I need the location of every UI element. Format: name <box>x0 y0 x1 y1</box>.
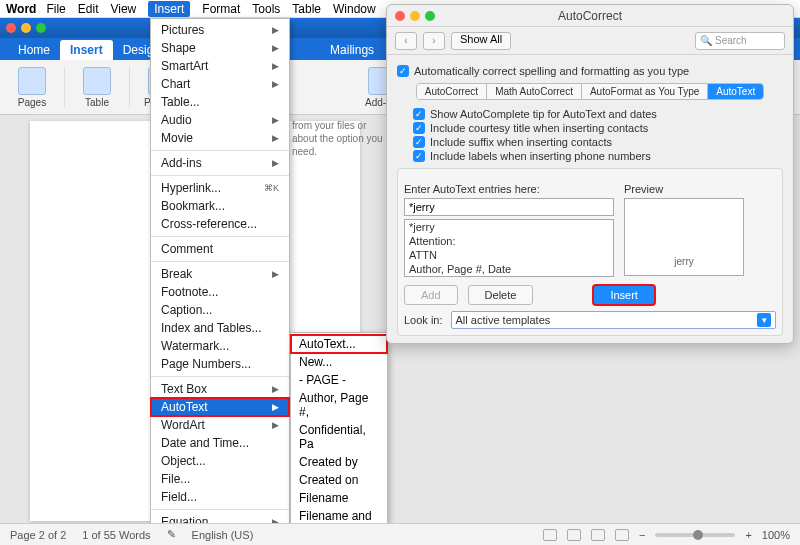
ribbon-label: Table <box>85 97 109 108</box>
checkbox-row[interactable]: ✓Show AutoComplete tip for AutoText and … <box>413 108 783 120</box>
menu-window[interactable]: Window <box>333 2 376 16</box>
menu-item-object-[interactable]: Object... <box>151 452 289 470</box>
submenu-item[interactable]: Filename <box>291 489 387 507</box>
menu-file[interactable]: File <box>46 2 65 16</box>
checkbox-icon[interactable]: ✓ <box>413 122 425 134</box>
menu-item-break[interactable]: Break▶ <box>151 265 289 283</box>
view-print-icon[interactable] <box>543 529 557 541</box>
zoom-plus[interactable]: + <box>745 529 751 541</box>
menu-format[interactable]: Format <box>202 2 240 16</box>
menu-view[interactable]: View <box>110 2 136 16</box>
checkbox-icon[interactable]: ✓ <box>413 136 425 148</box>
menu-item-cross-reference-[interactable]: Cross-reference... <box>151 215 289 233</box>
status-page[interactable]: Page 2 of 2 <box>10 529 66 541</box>
submenu-item[interactable]: Created on <box>291 471 387 489</box>
checkbox-label: Show AutoComplete tip for AutoText and d… <box>430 108 657 120</box>
close-icon[interactable] <box>6 23 16 33</box>
status-lang[interactable]: English (US) <box>192 529 254 541</box>
menu-item-bookmark-[interactable]: Bookmark... <box>151 197 289 215</box>
list-item[interactable]: ATTN <box>405 248 613 262</box>
tooltip-text: from your files or about the option you … <box>292 119 387 158</box>
menu-item-autotext[interactable]: AutoText▶ <box>151 398 289 416</box>
zoom-minus[interactable]: − <box>639 529 645 541</box>
menu-item-comment[interactable]: Comment <box>151 240 289 258</box>
autotext-entry-input[interactable] <box>404 198 614 216</box>
menu-item-table-[interactable]: Table... <box>151 93 289 111</box>
checkbox-row[interactable]: ✓Include labels when inserting phone num… <box>413 150 783 162</box>
menu-table[interactable]: Table <box>292 2 321 16</box>
forward-button[interactable]: › <box>423 32 445 50</box>
zoom-slider[interactable] <box>655 533 735 537</box>
zoom-value[interactable]: 100% <box>762 529 790 541</box>
autotext-listbox[interactable]: *jerryAttention:ATTNAuthor, Page #, Date <box>404 219 614 277</box>
menu-item-footnote-[interactable]: Footnote... <box>151 283 289 301</box>
back-button[interactable]: ‹ <box>395 32 417 50</box>
menu-tools[interactable]: Tools <box>252 2 280 16</box>
menu-item-index-and-tables-[interactable]: Index and Tables... <box>151 319 289 337</box>
submenu-item[interactable]: AutoText... <box>291 335 387 353</box>
menu-item-shape[interactable]: Shape▶ <box>151 39 289 57</box>
menu-item-wordart[interactable]: WordArt▶ <box>151 416 289 434</box>
checkbox-row[interactable]: ✓Include courtesy title when inserting c… <box>413 122 783 134</box>
lookin-select[interactable]: All active templates ▾ <box>451 311 776 329</box>
menu-insert[interactable]: Insert <box>148 1 190 17</box>
menu-item-label: Chart <box>161 77 190 91</box>
view-outline-icon[interactable] <box>591 529 605 541</box>
chevron-right-icon: ▶ <box>272 43 279 53</box>
menu-edit[interactable]: Edit <box>78 2 99 16</box>
checkbox-row[interactable]: ✓Include suffix when inserting contacts <box>413 136 783 148</box>
submenu-item[interactable]: Created by <box>291 453 387 471</box>
menu-item-add-ins[interactable]: Add-ins▶ <box>151 154 289 172</box>
search-input[interactable]: 🔍 Search <box>695 32 785 50</box>
insert-button[interactable]: Insert <box>593 285 655 305</box>
seg-autoformat[interactable]: AutoFormat as You Type <box>582 84 708 99</box>
menu-item-hyperlink-[interactable]: Hyperlink...⌘K <box>151 179 289 197</box>
window-controls[interactable] <box>6 23 46 33</box>
status-words[interactable]: 1 of 55 Words <box>82 529 150 541</box>
menu-item-label: Add-ins <box>161 156 202 170</box>
chevron-right-icon: ▶ <box>272 61 279 71</box>
ribbon-pages[interactable]: Pages <box>8 67 56 108</box>
menu-item-caption-[interactable]: Caption... <box>151 301 289 319</box>
menu-item-pictures[interactable]: Pictures▶ <box>151 21 289 39</box>
ribbon-table[interactable]: Table <box>73 67 121 108</box>
menu-item-text-box[interactable]: Text Box▶ <box>151 380 289 398</box>
menu-item-field-[interactable]: Field... <box>151 488 289 506</box>
checkbox-icon[interactable]: ✓ <box>413 150 425 162</box>
checkbox-icon[interactable]: ✓ <box>397 65 409 77</box>
checkbox-icon[interactable]: ✓ <box>413 108 425 120</box>
menu-item-chart[interactable]: Chart▶ <box>151 75 289 93</box>
list-item[interactable]: Author, Page #, Date <box>405 262 613 276</box>
submenu-item[interactable]: Author, Page #, <box>291 389 387 421</box>
view-web-icon[interactable] <box>567 529 581 541</box>
status-check-icon[interactable]: ✎ <box>167 528 176 541</box>
menu-item-date-and-time-[interactable]: Date and Time... <box>151 434 289 452</box>
submenu-item[interactable]: - PAGE - <box>291 371 387 389</box>
seg-math[interactable]: Math AutoCorrect <box>487 84 582 99</box>
submenu-item[interactable]: Confidential, Pa <box>291 421 387 453</box>
menu-item-audio[interactable]: Audio▶ <box>151 111 289 129</box>
menu-item-file-[interactable]: File... <box>151 470 289 488</box>
show-all-button[interactable]: Show All <box>451 32 511 50</box>
seg-autocorrect[interactable]: AutoCorrect <box>417 84 487 99</box>
menu-item-smartart[interactable]: SmartArt▶ <box>151 57 289 75</box>
view-draft-icon[interactable] <box>615 529 629 541</box>
delete-button[interactable]: Delete <box>468 285 534 305</box>
submenu-item[interactable]: New... <box>291 353 387 371</box>
preview-text: jerry <box>674 256 693 267</box>
menu-item-page-numbers-[interactable]: Page Numbers... <box>151 355 289 373</box>
auto-correct-checkbox-row[interactable]: ✓ Automatically correct spelling and for… <box>397 65 783 77</box>
tab-mailings[interactable]: Mailings <box>320 40 384 60</box>
divider <box>151 175 289 176</box>
tab-insert[interactable]: Insert <box>60 40 113 60</box>
menu-item-watermark-[interactable]: Watermark... <box>151 337 289 355</box>
minimize-icon[interactable] <box>21 23 31 33</box>
search-placeholder: Search <box>715 35 747 46</box>
zoom-icon[interactable] <box>36 23 46 33</box>
menu-item-movie[interactable]: Movie▶ <box>151 129 289 147</box>
list-item[interactable]: Attention: <box>405 234 613 248</box>
list-item[interactable]: *jerry <box>405 220 613 234</box>
zoom-thumb[interactable] <box>693 530 703 540</box>
seg-autotext[interactable]: AutoText <box>708 84 763 99</box>
tab-home[interactable]: Home <box>8 40 60 60</box>
